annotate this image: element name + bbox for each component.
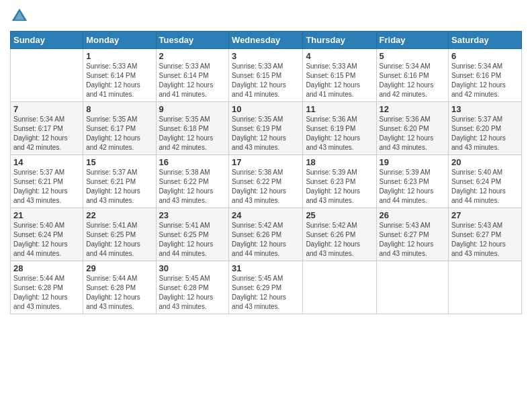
day-info: Sunrise: 5:42 AM Sunset: 6:26 PM Dayligh… bbox=[232, 222, 286, 257]
day-info: Sunrise: 5:45 AM Sunset: 6:28 PM Dayligh… bbox=[159, 275, 214, 310]
day-info: Sunrise: 5:39 AM Sunset: 6:23 PM Dayligh… bbox=[380, 169, 434, 204]
day-number: 13 bbox=[451, 104, 519, 114]
day-number: 10 bbox=[232, 104, 300, 114]
calendar-week-row: 28Sunrise: 5:44 AM Sunset: 6:28 PM Dayli… bbox=[11, 261, 522, 314]
calendar-cell: 21Sunrise: 5:40 AM Sunset: 6:24 PM Dayli… bbox=[11, 208, 83, 261]
calendar-cell: 27Sunrise: 5:43 AM Sunset: 6:27 PM Dayli… bbox=[449, 208, 522, 261]
calendar-cell: 31Sunrise: 5:45 AM Sunset: 6:29 PM Dayli… bbox=[229, 261, 303, 314]
day-number: 16 bbox=[159, 157, 226, 167]
calendar-cell: 10Sunrise: 5:35 AM Sunset: 6:19 PM Dayli… bbox=[229, 102, 303, 155]
header bbox=[10, 7, 522, 26]
calendar-cell: 3Sunrise: 5:33 AM Sunset: 6:15 PM Daylig… bbox=[229, 49, 303, 102]
calendar-cell: 20Sunrise: 5:40 AM Sunset: 6:24 PM Dayli… bbox=[449, 155, 522, 208]
calendar-cell: 23Sunrise: 5:41 AM Sunset: 6:25 PM Dayli… bbox=[156, 208, 229, 261]
calendar-day-header: Monday bbox=[83, 32, 156, 49]
day-number: 2 bbox=[159, 51, 226, 61]
calendar-day-header: Tuesday bbox=[156, 32, 229, 49]
calendar-week-row: 1Sunrise: 5:33 AM Sunset: 6:14 PM Daylig… bbox=[11, 49, 522, 102]
calendar-cell: 14Sunrise: 5:37 AM Sunset: 6:21 PM Dayli… bbox=[11, 155, 83, 208]
day-info: Sunrise: 5:33 AM Sunset: 6:14 PM Dayligh… bbox=[86, 62, 140, 98]
calendar-cell: 6Sunrise: 5:34 AM Sunset: 6:16 PM Daylig… bbox=[449, 49, 522, 102]
day-info: Sunrise: 5:41 AM Sunset: 6:25 PM Dayligh… bbox=[159, 222, 214, 257]
calendar-cell: 9Sunrise: 5:35 AM Sunset: 6:18 PM Daylig… bbox=[156, 102, 229, 155]
calendar-table: SundayMondayTuesdayWednesdayThursdayFrid… bbox=[10, 31, 522, 314]
day-info: Sunrise: 5:38 AM Sunset: 6:22 PM Dayligh… bbox=[232, 169, 286, 204]
calendar-cell: 11Sunrise: 5:36 AM Sunset: 6:19 PM Dayli… bbox=[303, 102, 376, 155]
day-info: Sunrise: 5:37 AM Sunset: 6:20 PM Dayligh… bbox=[451, 116, 506, 151]
day-number: 27 bbox=[451, 210, 519, 220]
day-number: 25 bbox=[306, 210, 373, 220]
calendar-cell: 13Sunrise: 5:37 AM Sunset: 6:20 PM Dayli… bbox=[449, 102, 522, 155]
calendar-cell: 17Sunrise: 5:38 AM Sunset: 6:22 PM Dayli… bbox=[229, 155, 303, 208]
day-info: Sunrise: 5:33 AM Sunset: 6:15 PM Dayligh… bbox=[306, 62, 360, 98]
day-info: Sunrise: 5:36 AM Sunset: 6:19 PM Dayligh… bbox=[306, 116, 360, 151]
day-number: 18 bbox=[306, 157, 373, 167]
calendar-cell: 16Sunrise: 5:38 AM Sunset: 6:22 PM Dayli… bbox=[156, 155, 229, 208]
day-info: Sunrise: 5:40 AM Sunset: 6:24 PM Dayligh… bbox=[451, 169, 506, 204]
calendar-cell: 25Sunrise: 5:42 AM Sunset: 6:26 PM Dayli… bbox=[303, 208, 376, 261]
calendar-cell: 5Sunrise: 5:34 AM Sunset: 6:16 PM Daylig… bbox=[376, 49, 449, 102]
calendar-cell: 24Sunrise: 5:42 AM Sunset: 6:26 PM Dayli… bbox=[229, 208, 303, 261]
day-number: 5 bbox=[380, 51, 446, 61]
day-info: Sunrise: 5:35 AM Sunset: 6:17 PM Dayligh… bbox=[86, 116, 140, 151]
calendar-cell: 18Sunrise: 5:39 AM Sunset: 6:23 PM Dayli… bbox=[303, 155, 376, 208]
day-number: 12 bbox=[380, 104, 446, 114]
calendar-week-row: 7Sunrise: 5:34 AM Sunset: 6:17 PM Daylig… bbox=[11, 102, 522, 155]
calendar-cell: 22Sunrise: 5:41 AM Sunset: 6:25 PM Dayli… bbox=[83, 208, 156, 261]
calendar-week-row: 14Sunrise: 5:37 AM Sunset: 6:21 PM Dayli… bbox=[11, 155, 522, 208]
day-number: 30 bbox=[159, 263, 226, 273]
calendar-day-header: Thursday bbox=[303, 32, 376, 49]
logo-icon bbox=[10, 7, 29, 26]
day-info: Sunrise: 5:34 AM Sunset: 6:17 PM Dayligh… bbox=[13, 116, 68, 151]
day-info: Sunrise: 5:43 AM Sunset: 6:27 PM Dayligh… bbox=[451, 222, 506, 257]
calendar-day-header: Friday bbox=[376, 32, 449, 49]
day-info: Sunrise: 5:43 AM Sunset: 6:27 PM Dayligh… bbox=[380, 222, 434, 257]
logo bbox=[10, 7, 32, 26]
calendar-cell bbox=[449, 261, 522, 314]
day-info: Sunrise: 5:44 AM Sunset: 6:28 PM Dayligh… bbox=[86, 275, 140, 310]
calendar-cell: 15Sunrise: 5:37 AM Sunset: 6:21 PM Dayli… bbox=[83, 155, 156, 208]
day-info: Sunrise: 5:34 AM Sunset: 6:16 PM Dayligh… bbox=[451, 62, 506, 98]
calendar-cell bbox=[376, 261, 449, 314]
day-number: 3 bbox=[232, 51, 300, 61]
day-number: 1 bbox=[86, 51, 152, 61]
calendar-cell: 4Sunrise: 5:33 AM Sunset: 6:15 PM Daylig… bbox=[303, 49, 376, 102]
day-number: 28 bbox=[13, 263, 80, 273]
calendar-cell: 19Sunrise: 5:39 AM Sunset: 6:23 PM Dayli… bbox=[376, 155, 449, 208]
day-info: Sunrise: 5:40 AM Sunset: 6:24 PM Dayligh… bbox=[13, 222, 68, 257]
day-number: 22 bbox=[86, 210, 152, 220]
day-number: 21 bbox=[13, 210, 80, 220]
day-number: 7 bbox=[13, 104, 80, 114]
calendar-cell bbox=[303, 261, 376, 314]
day-number: 11 bbox=[306, 104, 373, 114]
day-info: Sunrise: 5:36 AM Sunset: 6:20 PM Dayligh… bbox=[380, 116, 434, 151]
calendar-week-row: 21Sunrise: 5:40 AM Sunset: 6:24 PM Dayli… bbox=[11, 208, 522, 261]
day-number: 26 bbox=[380, 210, 446, 220]
day-info: Sunrise: 5:39 AM Sunset: 6:23 PM Dayligh… bbox=[306, 169, 360, 204]
day-info: Sunrise: 5:34 AM Sunset: 6:16 PM Dayligh… bbox=[380, 62, 434, 98]
day-number: 8 bbox=[86, 104, 152, 114]
day-number: 17 bbox=[232, 157, 300, 167]
calendar-day-header: Saturday bbox=[449, 32, 522, 49]
calendar-cell: 2Sunrise: 5:33 AM Sunset: 6:14 PM Daylig… bbox=[156, 49, 229, 102]
page: SundayMondayTuesdayWednesdayThursdayFrid… bbox=[0, 0, 532, 411]
day-info: Sunrise: 5:42 AM Sunset: 6:26 PM Dayligh… bbox=[306, 222, 360, 257]
calendar-cell: 28Sunrise: 5:44 AM Sunset: 6:28 PM Dayli… bbox=[11, 261, 83, 314]
calendar-cell: 12Sunrise: 5:36 AM Sunset: 6:20 PM Dayli… bbox=[376, 102, 449, 155]
day-info: Sunrise: 5:35 AM Sunset: 6:18 PM Dayligh… bbox=[159, 116, 214, 151]
calendar-cell: 29Sunrise: 5:44 AM Sunset: 6:28 PM Dayli… bbox=[83, 261, 156, 314]
calendar-day-header: Wednesday bbox=[229, 32, 303, 49]
calendar-day-header: Sunday bbox=[11, 32, 83, 49]
calendar-cell: 30Sunrise: 5:45 AM Sunset: 6:28 PM Dayli… bbox=[156, 261, 229, 314]
calendar-header-row: SundayMondayTuesdayWednesdayThursdayFrid… bbox=[11, 32, 522, 49]
calendar-cell: 26Sunrise: 5:43 AM Sunset: 6:27 PM Dayli… bbox=[376, 208, 449, 261]
day-number: 9 bbox=[159, 104, 226, 114]
calendar-cell: 7Sunrise: 5:34 AM Sunset: 6:17 PM Daylig… bbox=[11, 102, 83, 155]
day-info: Sunrise: 5:45 AM Sunset: 6:29 PM Dayligh… bbox=[232, 275, 286, 310]
day-info: Sunrise: 5:35 AM Sunset: 6:19 PM Dayligh… bbox=[232, 116, 286, 151]
calendar-cell: 8Sunrise: 5:35 AM Sunset: 6:17 PM Daylig… bbox=[83, 102, 156, 155]
day-info: Sunrise: 5:33 AM Sunset: 6:15 PM Dayligh… bbox=[232, 62, 286, 98]
day-number: 6 bbox=[451, 51, 519, 61]
day-number: 15 bbox=[86, 157, 152, 167]
calendar-cell bbox=[11, 49, 83, 102]
